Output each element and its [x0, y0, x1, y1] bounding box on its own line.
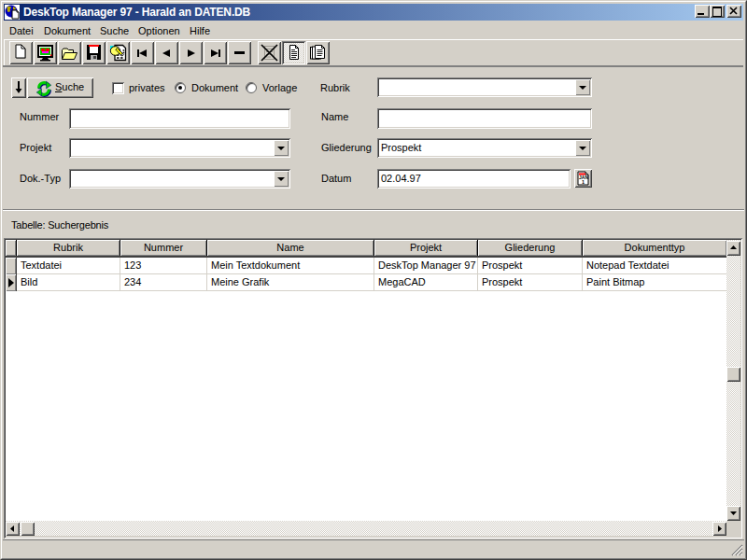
svg-text:1: 1: [582, 179, 585, 185]
